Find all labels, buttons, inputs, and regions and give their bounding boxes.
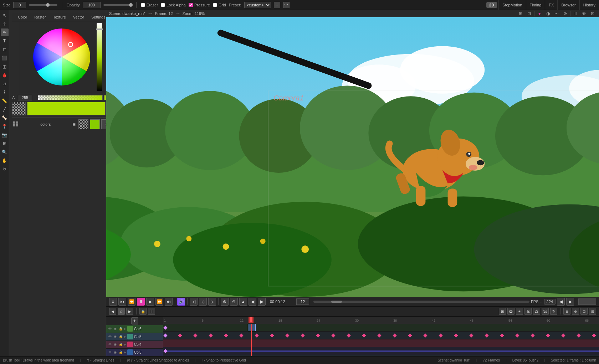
tab-color[interactable]: Color — [15, 14, 30, 20]
tool-eraser[interactable]: ◫ — [1, 63, 9, 71]
layer-col6[interactable]: 👁 ◉ 🔒 ▶ Col6 — [106, 325, 163, 333]
sound-btn[interactable]: 🔊 — [177, 298, 185, 306]
tl-nav-left[interactable]: ◀ — [109, 308, 116, 315]
tool-pin[interactable]: 📍 — [1, 123, 9, 130]
mode-history-tab[interactable]: History — [579, 0, 599, 10]
tool-fill[interactable]: ⬛ — [1, 54, 9, 62]
layer-col3-lock[interactable]: 🔒 — [118, 350, 123, 354]
fps-increase-btn[interactable]: ▶ — [566, 298, 574, 306]
track-col3[interactable]: ◆ — [163, 347, 599, 355]
tool-brush[interactable]: ✏ — [1, 28, 9, 36]
layer-col6-eye[interactable]: 👁 — [108, 327, 112, 331]
tl-export3[interactable]: ⊡ — [580, 308, 588, 315]
layer-col5-lock[interactable]: 🔒 — [118, 334, 123, 339]
tl-export4[interactable]: ⊟ — [589, 308, 596, 315]
tool-bones[interactable]: 🦴 — [1, 114, 9, 122]
tl-grid-btn[interactable]: ⊞ — [499, 308, 506, 315]
zoom-in-btn[interactable]: ⊕ — [221, 298, 229, 306]
zoom-fit-btn[interactable]: ▲ — [239, 298, 247, 306]
layer-col3[interactable]: 👁 ◉ 🔒 ▶ Col3 — [106, 349, 163, 356]
tl-img-btn[interactable]: 🖼 — [507, 308, 514, 315]
layer-col4-eye[interactable]: 👁 — [108, 342, 112, 347]
opacity-input[interactable] — [83, 2, 101, 8]
menu-btn-pb[interactable]: ≡ — [109, 298, 117, 306]
tool-eyedropper[interactable]: 🩸 — [1, 71, 9, 79]
zoom-more-btn[interactable]: ▶ — [258, 298, 266, 306]
canvas-more-btn[interactable]: ⋯ — [553, 10, 560, 17]
canvas-onion-btn[interactable]: ◑ — [544, 10, 552, 17]
tl-misc2[interactable]: 2s — [533, 308, 540, 315]
layer-col4-lock[interactable]: 🔒 — [118, 342, 123, 347]
tool-transform[interactable]: ⊹ — [1, 20, 9, 28]
skip-end-btn[interactable]: ⏭ — [165, 298, 173, 306]
size-slider[interactable] — [29, 4, 57, 6]
preset-add-btn[interactable]: + — [274, 2, 280, 8]
size-input[interactable] — [13, 2, 26, 8]
tl-lock-btn[interactable]: 🔒 — [139, 308, 147, 315]
mode-fx-tab[interactable]: FX — [545, 0, 557, 10]
layer-col5-arrow[interactable]: ▶ — [124, 335, 126, 338]
tool-text[interactable]: T — [1, 37, 9, 45]
zoom-prev-btn[interactable]: ◀ — [249, 298, 256, 306]
tl-diamond-btn[interactable]: ◇ — [118, 308, 125, 315]
layer-col5-eye[interactable]: 👁 — [108, 334, 112, 339]
color-wheel-container[interactable] — [19, 21, 104, 93]
skip-start-btn[interactable]: ⏮ — [118, 298, 126, 306]
tool-line[interactable]: ╱ — [1, 105, 9, 113]
layer-col4-arrow[interactable]: ▶ — [124, 343, 126, 346]
swatches-expand[interactable]: ⊞ — [71, 122, 77, 127]
grid-checkbox[interactable] — [213, 3, 217, 7]
layer-col3-eye2[interactable]: ◉ — [113, 350, 117, 354]
layer-col3-eye[interactable]: 👁 — [108, 350, 112, 354]
layer-col6-eye2[interactable]: ◉ — [113, 327, 117, 331]
track-col6[interactable]: ✕ — [163, 324, 599, 332]
tl-pause-btn[interactable]: ⏸ — [148, 308, 155, 315]
layer-col5[interactable]: 👁 ◉ 🔒 ▶ Col5 — [106, 333, 163, 341]
canvas-extra-btn[interactable]: ⊡ — [589, 10, 596, 17]
zoom-out-btn[interactable]: ⊖ — [230, 298, 238, 306]
tool-zoom[interactable]: 🔍 — [1, 148, 9, 156]
tool-rotate[interactable]: ↻ — [1, 165, 9, 173]
tab-vector[interactable]: Vector — [70, 14, 87, 20]
track-col5[interactable]: ✕ — [163, 332, 599, 339]
canvas-eye-btn[interactable]: 👁 — [580, 10, 588, 17]
track-col4[interactable]: ✕ — [163, 339, 599, 347]
play-btn[interactable]: ▶ — [146, 298, 154, 306]
lock-alpha-checkbox[interactable] — [161, 3, 165, 7]
preset-menu-btn[interactable]: ⋯ — [283, 2, 290, 8]
layer-col3-arrow[interactable]: ▶ — [124, 350, 126, 354]
loop-start-btn[interactable]: ◁ — [190, 298, 198, 306]
canvas-fit-btn[interactable]: ⊞ — [517, 10, 524, 17]
swatch-green[interactable] — [90, 119, 100, 129]
layer-col6-lock[interactable]: 🔒 — [118, 327, 123, 331]
layer-col4-eye2[interactable]: ◉ — [113, 342, 117, 347]
loop-end-btn[interactable]: ▷ — [208, 298, 216, 306]
tool-ruler[interactable]: 📏 — [1, 97, 9, 105]
pause-btn[interactable]: ⏸ — [137, 298, 145, 306]
tl-add-layer-btn[interactable]: + — [516, 308, 523, 315]
swatch-transparent[interactable] — [78, 119, 88, 129]
pressure-checkbox[interactable] — [189, 3, 193, 7]
tool-grid-view[interactable]: ⊞ — [1, 140, 9, 147]
tl-nav-right[interactable]: ▶ — [126, 308, 133, 315]
mode-timing-tab[interactable]: Timing — [526, 0, 545, 10]
layer-col6-arrow[interactable]: ▶ — [124, 327, 126, 331]
mode-stopmotion-tab[interactable]: StopMotion — [498, 0, 526, 10]
tab-settings[interactable]: Settings — [88, 14, 108, 20]
tool-select[interactable]: ↖ — [1, 11, 9, 19]
tl-export2[interactable]: ⊖ — [572, 308, 579, 315]
canvas-pause-btn[interactable]: ⏸ — [572, 10, 579, 17]
tl-misc3[interactable]: 3s — [542, 308, 549, 315]
tool-camera[interactable]: 📷 — [1, 131, 9, 139]
layer-col4[interactable]: 👁 ◉ 🔒 ▶ Col4 — [106, 341, 163, 349]
eraser-checkbox[interactable] — [141, 3, 145, 7]
tool-shape[interactable]: ◻ — [1, 46, 9, 53]
alpha-slider[interactable] — [38, 95, 103, 100]
playback-scrubber[interactable] — [313, 301, 529, 303]
tl-misc1[interactable]: Ts — [524, 308, 532, 315]
preset-select[interactable]: <custom> — [244, 2, 271, 8]
step-back-btn[interactable]: ⏪ — [128, 298, 135, 306]
tl-export1[interactable]: ⊕ — [563, 308, 570, 315]
tl-refresh-btn[interactable]: ↻ — [550, 308, 557, 315]
loop-diamond-btn[interactable]: ◇ — [199, 298, 207, 306]
